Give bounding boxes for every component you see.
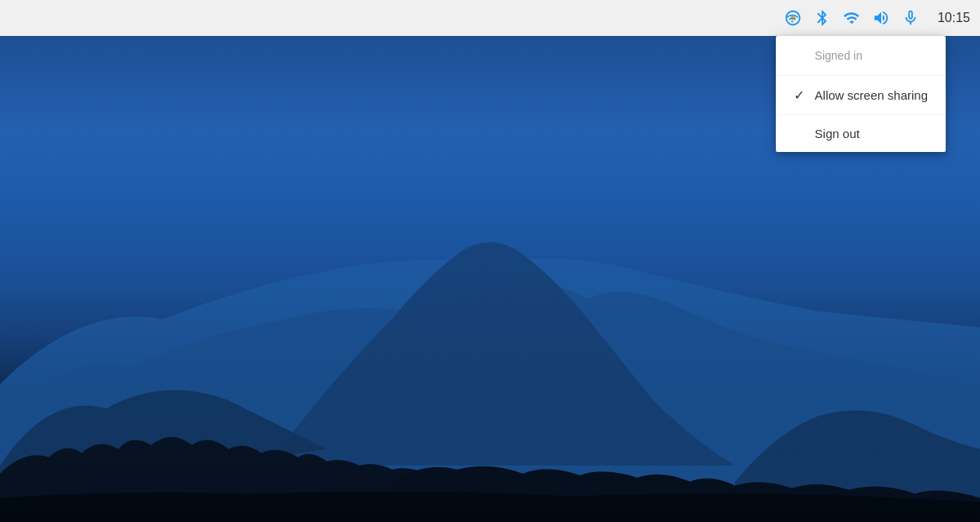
- bluetooth-icon[interactable]: [813, 9, 831, 27]
- status-icons: 10:15: [784, 9, 970, 27]
- sign-out-label: Sign out: [815, 127, 860, 141]
- time-display: 10:15: [938, 11, 970, 25]
- cast-icon[interactable]: [784, 9, 802, 27]
- svg-rect-0: [0, 157, 980, 522]
- checkmark-icon: ✓: [794, 87, 807, 103]
- menu-item-allow-screen-sharing[interactable]: ✓ Allow screen sharing: [776, 76, 946, 115]
- signed-in-label: Signed in: [815, 49, 862, 62]
- dropdown-menu: Signed in ✓ Allow screen sharing Sign ou…: [776, 36, 946, 152]
- allow-screen-sharing-label: Allow screen sharing: [815, 88, 928, 102]
- menu-item-signed-in: Signed in: [776, 36, 946, 76]
- wifi-icon[interactable]: [843, 9, 861, 27]
- microphone-icon[interactable]: [902, 9, 920, 27]
- volume-icon[interactable]: [872, 9, 890, 27]
- status-bar: 10:15: [0, 0, 980, 36]
- menu-item-sign-out[interactable]: Sign out: [776, 115, 946, 152]
